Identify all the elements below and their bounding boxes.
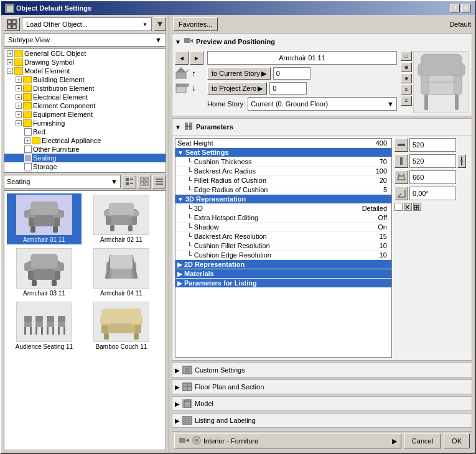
params-collapse-arrow[interactable]: ▼ [175,124,181,131]
param-seat-height[interactable]: Seat Height 400 [175,139,391,148]
current-story-input[interactable] [273,67,310,80]
custom-settings-arrow[interactable]: ▶ [175,367,180,374]
object-item-armchair03[interactable]: Armchair 03 11 [7,247,82,298]
expand-equipment-element[interactable]: + [16,111,22,118]
tree-item-furnishing[interactable]: − Furnishing [4,119,166,127]
param-shadow[interactable]: └ Shadow On [175,223,391,232]
subtype-view-select[interactable]: Subtype View ▼ [4,33,166,47]
tree-item-element-component[interactable]: + Element Component [4,101,166,110]
param-section-3d-rep[interactable]: ▼ 3D Representation [175,195,391,204]
tree-item-model-element[interactable]: − Model Element [4,67,166,75]
seating-dropdown[interactable]: Seating ▼ [4,175,121,188]
expand-general-gdl[interactable]: + [7,50,13,57]
section-expand-arrow[interactable]: ▶ [177,280,182,287]
angle-input[interactable] [409,187,456,200]
param-cushion-fillet-res[interactable]: └ Cushion Fillet Resolution 10 [175,241,391,251]
model-section[interactable]: ▶ Model [172,396,472,411]
floor-plan-arrow[interactable]: ▶ [175,384,180,391]
project-zero-input[interactable] [269,82,307,95]
depth-input[interactable] [409,170,456,184]
tree-item-electrical-appliance[interactable]: + Electrical Appliance [4,136,166,145]
cancel-button[interactable]: Cancel [404,433,441,448]
param-3d[interactable]: └ 3D Detailed [175,204,391,213]
load-other-dropdown[interactable]: Load Other Object... ▼ [22,17,152,31]
close-button[interactable]: ✕ [461,4,471,12]
expand-element-component[interactable]: + [16,103,22,109]
favorites-button[interactable]: Favorites... [173,17,218,31]
prev-button[interactable]: ◄ [175,51,189,65]
ctrl-btn-1[interactable]: □ [401,51,412,61]
tree-item-bed[interactable]: Bed [4,127,166,136]
param-section-params-listing[interactable]: ▶ Parameters for Listing [175,279,391,288]
expand-button[interactable] [154,17,166,31]
section-expand-arrow[interactable]: ▶ [177,271,182,277]
param-backrest-arc-radius[interactable]: └ Backrest Arc Radius 100 [175,167,391,176]
checkbox-1[interactable] [394,203,403,211]
object-item-bamboo-couch[interactable]: Bamboo Couch 11 [84,300,159,351]
tree-panel[interactable]: + General GDL Object + Drawing Symbol − … [4,49,166,173]
link-icon[interactable] [457,154,466,168]
expand-building-element[interactable]: + [16,76,22,83]
tree-item-drawing-symbol[interactable]: + Drawing Symbol [4,58,166,67]
object-item-audience-seating[interactable]: Audience Seating 11 [7,300,82,351]
object-item-armchair02[interactable]: Armchair 02 11 [84,193,159,244]
list-view-button[interactable] [123,175,136,188]
expand-elec-appliance[interactable]: + [24,137,30,144]
tree-item-electrical-element[interactable]: + Electrical Element [4,93,166,101]
model-arrow[interactable]: ▶ [175,401,180,407]
custom-settings-section[interactable]: ▶ Custom Settings [172,363,472,378]
tree-item-storage[interactable]: Storage [4,162,166,171]
width-input[interactable] [409,138,456,152]
folder-icon [32,137,40,144]
section-expand-arrow[interactable]: ▼ [177,149,184,156]
ctrl-btn-2[interactable]: ⊞ [401,62,412,72]
section-expand-arrow[interactable]: ▼ [177,196,184,203]
next-button[interactable]: ► [190,51,203,65]
listing-section[interactable]: ▶ Listing and Labeling [172,413,472,428]
param-section-2d-rep[interactable]: ▶ 2D Representation [175,260,391,269]
parameters-table[interactable]: Seat Height 400 ▼ Seat Settings └ Cushio… [175,138,392,358]
param-edge-radius[interactable]: └ Edge Radius of Cushion 5 [175,185,391,195]
expand-furnishing[interactable]: − [16,120,22,126]
param-section-materials[interactable]: ▶ Materials [175,269,391,279]
expand-drawing-symbol[interactable]: + [7,59,13,65]
to-project-zero-button[interactable]: to Project Zero ▶ [207,82,267,95]
ctrl-btn-3[interactable]: ⊕ [401,73,412,83]
expand-elec-element[interactable]: + [16,94,22,100]
interior-furniture-button[interactable]: Interior - Furniture ▶ [174,433,401,448]
param-extra-hotspot[interactable]: └ Extra Hotspot Editing Off [175,213,391,223]
object-item-armchair01[interactable]: Armchair 01 11 [7,193,82,244]
listing-arrow[interactable]: ▶ [175,417,180,424]
detail-view-button[interactable] [152,175,166,188]
checkbox-3[interactable]: ⊞ [413,203,421,211]
grid-view-button[interactable] [4,17,20,31]
param-cushion-edge-res[interactable]: └ Cushion Edge Resolution 10 [175,251,391,260]
to-current-story-button[interactable]: to Current Story ▶ [207,67,271,80]
help-button[interactable]: ? [450,4,460,12]
tree-item-other-furniture[interactable]: Other Furniture [4,145,166,154]
tree-item-general-gdl[interactable]: + General GDL Object [4,49,166,58]
checkbox-2[interactable]: ✕ [404,203,412,211]
expand-dist-element[interactable]: + [16,85,22,91]
param-cushion-thickness[interactable]: └ Cushion Thickness 70 [175,157,391,167]
tree-item-equipment-element[interactable]: + Equipment Element [4,110,166,119]
param-section-seat-settings[interactable]: ▼ Seat Settings [175,148,391,157]
ctrl-btn-4[interactable]: ≡ [401,85,412,95]
param-backrest-arc-res[interactable]: └ Backrest Arc Resolution 15 [175,232,391,241]
floor-plan-section[interactable]: ▶ Floor Plan and Section [172,379,472,394]
preview-collapse-arrow[interactable]: ▼ [175,39,181,45]
tree-item-seating[interactable]: Seating [4,154,166,162]
home-story-select[interactable]: Current (0. Ground Floor) ▼ [248,97,397,111]
height-input[interactable] [409,154,456,168]
tree-item-building-element[interactable]: + Building Element [4,75,166,84]
ok-button[interactable]: OK [444,433,470,448]
expand-model-element[interactable]: − [7,68,13,74]
section-expand-arrow[interactable]: ▶ [177,261,182,268]
objects-grid[interactable]: Armchair 01 11 [4,190,166,450]
grid-view-button2[interactable] [138,175,151,188]
tree-item-distribution-element[interactable]: + Distribution Element [4,84,166,93]
param-fillet-radius[interactable]: └ Fillet Radius of Cushion 20 [175,176,391,185]
ctrl-btn-5[interactable]: ≡ [401,96,412,106]
tree-item-table[interactable]: Table [4,171,166,173]
object-item-armchair04[interactable]: Armchair 04 11 [84,247,159,298]
